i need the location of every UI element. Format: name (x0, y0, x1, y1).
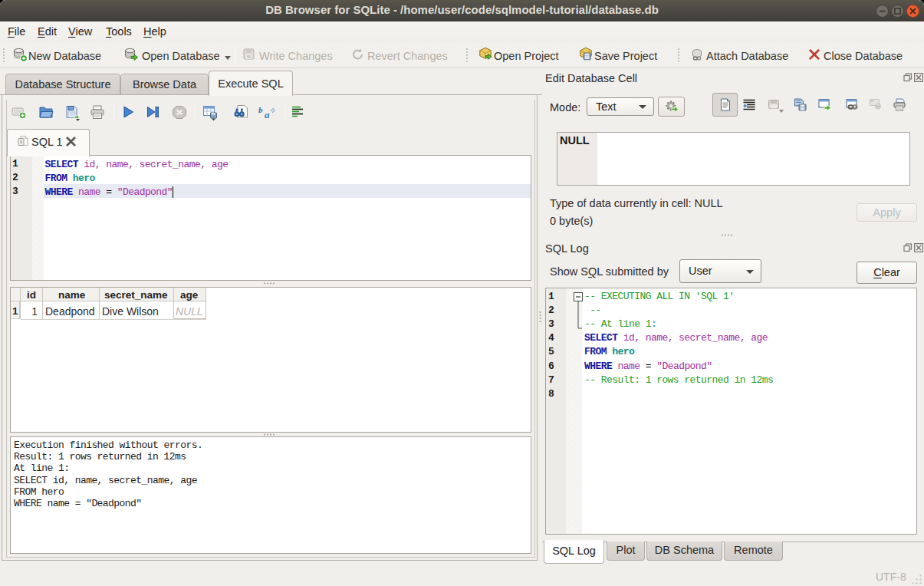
svg-text:b: b (258, 105, 263, 114)
svg-text:a: a (265, 109, 270, 120)
